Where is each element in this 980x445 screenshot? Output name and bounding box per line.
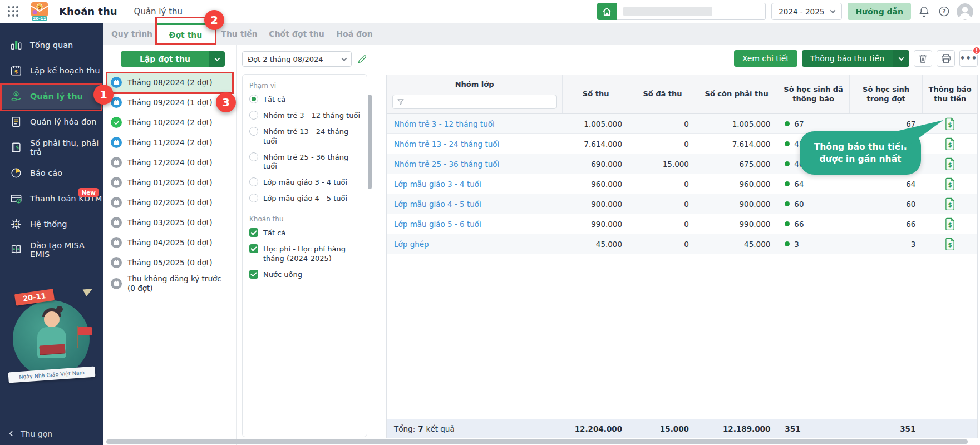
fee-notice-document-icon[interactable]: $: [945, 137, 956, 150]
period-item-oct-2024[interactable]: Tháng 10/2024 (2 đợt): [107, 112, 232, 132]
invoice-icon: [9, 115, 23, 128]
more-icon: •••: [960, 56, 978, 61]
school-year-select[interactable]: 2024 - 2025: [771, 3, 842, 20]
more-button[interactable]: ••• !: [959, 50, 978, 67]
tab-dot-thu[interactable]: Đợt thu: [156, 23, 215, 44]
delete-button[interactable]: [914, 50, 932, 67]
column-header-so-da-thu[interactable]: Số đã thu: [629, 75, 696, 113]
fee-option-all[interactable]: Tất cả: [249, 228, 360, 238]
fee-notice-document-icon[interactable]: $: [945, 157, 956, 170]
checkbox-icon: [249, 244, 258, 253]
table-row[interactable]: Lớp ghép 45.000 0 45.000 3 3 $: [387, 234, 977, 254]
sidebar-item-label: Báo cáo: [30, 169, 62, 177]
app-launcher-icon[interactable]: [8, 6, 19, 17]
scope-option-mg-3-4[interactable]: Lớp mẫu giáo 3 - 4 tuổi: [249, 177, 360, 187]
column-header-so-con-phai-thu[interactable]: Số còn phải thu: [696, 75, 777, 113]
school-selector[interactable]: [597, 3, 766, 20]
table-row[interactable]: Lớp mẫu giáo 4 - 5 tuổi 900.000 0 900.00…: [387, 194, 977, 214]
tab-quy-trinh[interactable]: Quy trình: [107, 23, 156, 44]
avatar[interactable]: [957, 3, 973, 20]
sidebar-item-label: Quản lý hóa đơn: [30, 117, 96, 126]
period-item-aug-2024[interactable]: Tháng 08/2024 (2 đợt): [107, 72, 232, 92]
tab-thu-tien[interactable]: Thu tiền: [215, 23, 264, 44]
chevron-down-icon[interactable]: [209, 51, 225, 67]
svg-text:$: $: [948, 241, 952, 248]
sidebar-item-lap-ke-hoach-thu[interactable]: $ Lập kế hoạch thu: [0, 58, 103, 83]
scope-option-all[interactable]: Tất cả: [249, 95, 360, 105]
total-so-con-phai-thu: 12.189.000: [696, 419, 777, 438]
class-link[interactable]: Nhóm trẻ 25 - 36 tháng tuổi: [387, 154, 563, 174]
page-title: Quản lý thu: [134, 7, 183, 17]
class-link[interactable]: Lớp mẫu giáo 5 - 6 tuổi: [387, 214, 563, 234]
sidebar-item-thanh-toan-kdtm[interactable]: Thanh toán KDTM New: [0, 186, 103, 211]
collapse-sidebar-button[interactable]: Thu gọn: [0, 422, 103, 445]
tab-chot-dot-thu[interactable]: Chốt đợt thu: [264, 23, 329, 44]
scope-option-13-24[interactable]: Nhóm trẻ 13 - 24 tháng tuổi: [249, 127, 360, 146]
home-icon[interactable]: [597, 3, 617, 20]
column-header-thong-bao-thu-tien[interactable]: Thông báo thu tiền: [923, 75, 977, 113]
class-link[interactable]: Nhóm trẻ 13 - 24 tháng tuổi: [387, 134, 563, 154]
column-header-nhom-lop[interactable]: Nhóm lớp: [387, 75, 562, 94]
help-icon[interactable]: ?: [937, 4, 951, 19]
horizontal-scrollbar[interactable]: [106, 439, 977, 444]
column-header-hs-da-thong-bao[interactable]: Số học sinh đã thông báo: [777, 75, 849, 113]
class-link[interactable]: Lớp ghép: [387, 234, 563, 254]
sidebar-item-label: Lập kế hoạch thu: [30, 66, 100, 75]
new-badge: New: [78, 188, 99, 197]
period-item-mar-2025[interactable]: Tháng 03/2025 (0 đợt): [107, 212, 232, 233]
class-filter-input[interactable]: [392, 95, 557, 109]
create-batch-button[interactable]: Lập đợt thu: [121, 51, 225, 67]
notify-fee-button[interactable]: Thông báo thu tiền: [802, 50, 909, 67]
period-item-unregistered[interactable]: Thu không đăng ký trước (0 đợt): [107, 273, 232, 295]
fee-option-nuoc-uong[interactable]: Nước uống: [249, 270, 360, 280]
column-header-hs-trong-dot[interactable]: Số học sinh trong đợt: [850, 75, 923, 113]
edit-pencil-icon[interactable]: [356, 53, 367, 65]
tab-hoa-don[interactable]: Hoá đơn: [329, 23, 380, 44]
scope-option-3-12[interactable]: Nhóm trẻ 3 - 12 tháng tuổi: [249, 111, 360, 121]
period-item-feb-2025[interactable]: Tháng 02/2025 (0 đợt): [107, 192, 232, 212]
total-so-da-thu: 15.000: [629, 419, 696, 438]
class-link[interactable]: Lớp mẫu giáo 3 - 4 tuổi: [387, 174, 563, 194]
period-item-nov-2024[interactable]: Tháng 11/2024 (2 đợt): [107, 132, 232, 152]
period-item-may-2025[interactable]: Tháng 05/2025 (0 đợt): [107, 253, 232, 273]
scope-option-25-36[interactable]: Nhóm trẻ 25 - 36 tháng tuổi: [249, 152, 360, 172]
guide-button[interactable]: Hướng dẫn: [848, 3, 911, 20]
period-item-jan-2025[interactable]: Tháng 01/2025 (0 đợt): [107, 172, 232, 192]
table-row[interactable]: Lớp mẫu giáo 5 - 6 tuổi 990.000 0 990.00…: [387, 214, 977, 234]
sidebar-item-so-phai-thu-phai-tra[interactable]: $ Số phải thu, phải trả: [0, 135, 103, 160]
sidebar-item-quan-ly-thu[interactable]: $ Quản lý thu: [0, 83, 103, 109]
sidebar-item-bao-cao[interactable]: Báo cáo: [0, 160, 103, 186]
fee-notice-document-icon[interactable]: $: [945, 117, 956, 130]
column-header-so-thu[interactable]: Số thu: [563, 75, 629, 113]
notification-bell-icon[interactable]: [917, 4, 931, 19]
printed-notice-tooltip: Thông báo thu tiền được in gần nhất: [800, 131, 921, 175]
vertical-scrollbar[interactable]: [368, 95, 372, 189]
fee-notice-document-icon[interactable]: $: [945, 197, 956, 210]
table-row[interactable]: Lớp mẫu giáo 3 - 4 tuổi 960.000 0 960.00…: [387, 174, 977, 194]
school-name-input[interactable]: [617, 3, 766, 20]
view-detail-button[interactable]: Xem chi tiết: [734, 50, 797, 67]
sidebar-item-tong-quan[interactable]: Tổng quan: [0, 32, 103, 58]
sidebar-item-dao-tao-misa-emis[interactable]: Đào tạo MISA EMIS: [0, 237, 103, 263]
notified-dot: [785, 241, 790, 246]
redacted-school-name: [623, 7, 712, 16]
sidebar-item-he-thong[interactable]: Hệ thống: [0, 211, 103, 237]
batch-select[interactable]: Đợt 2 tháng 08/2024: [242, 51, 352, 67]
sidebar-item-label: Tổng quan: [30, 41, 73, 50]
class-link[interactable]: Nhóm trẻ 3 - 12 tháng tuổi: [387, 114, 563, 134]
fee-option-hoc-phi[interactable]: Học phí - Học phí hàng tháng (2024-2025): [249, 244, 360, 264]
period-item-sep-2024[interactable]: Tháng 09/2024 (1 đợt): [107, 92, 232, 112]
chevron-down-icon[interactable]: [893, 50, 909, 67]
period-item-dec-2024[interactable]: Tháng 12/2024 (0 đợt): [107, 152, 232, 172]
fee-notice-document-icon[interactable]: $: [945, 238, 956, 250]
period-item-apr-2025[interactable]: Tháng 04/2025 (0 đợt): [107, 233, 232, 253]
fee-notice-document-icon[interactable]: $: [945, 177, 956, 190]
sidebar-item-quan-ly-hoa-don[interactable]: Quản lý hóa đơn: [0, 109, 103, 135]
credit-card-icon: [9, 192, 23, 205]
print-button[interactable]: [937, 50, 955, 67]
sidebar-item-label: Số phải thu, phải trả: [30, 139, 103, 156]
class-link[interactable]: Lớp mẫu giáo 4 - 5 tuổi: [387, 194, 563, 214]
scope-option-mg-4-5[interactable]: Lớp mẫu giáo 4 - 5 tuổi: [249, 194, 360, 204]
notified-dot: [785, 121, 790, 126]
fee-notice-document-icon[interactable]: $: [945, 217, 956, 230]
